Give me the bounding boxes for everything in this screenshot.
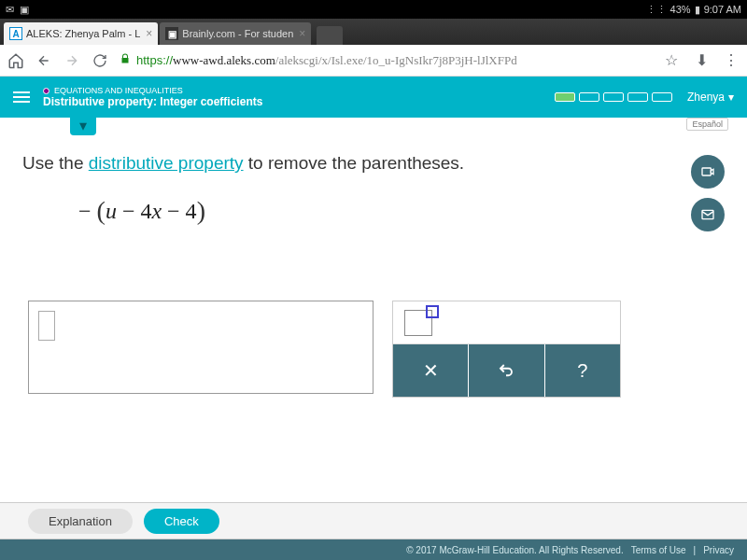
explanation-button[interactable]: Explanation [28, 509, 133, 534]
menu-dots-icon[interactable]: ⋮ [723, 52, 740, 69]
mail-icon: ✉ [6, 4, 14, 16]
android-status-bar: ✉ ▣ ⋮⋮ 43% ▮ 9:07 AM [0, 0, 747, 19]
distributive-property-link[interactable]: distributive property [89, 153, 244, 173]
browser-tab-strip: A ALEKS: Zhenya Palm - L × ▣ Brainly.com… [0, 19, 747, 45]
close-icon[interactable]: × [299, 27, 305, 40]
math-keypad: ✕ ? [392, 301, 621, 398]
url-domain: www-awd.aleks.com [173, 53, 275, 68]
sub-bar: ▾ Español [0, 118, 747, 136]
tab-title: Brainly.com - For studen [182, 28, 293, 39]
url-protocol: https:// [136, 53, 173, 67]
hamburger-menu-icon[interactable] [13, 91, 30, 103]
home-icon[interactable] [7, 52, 24, 69]
copyright-text: © 2017 McGraw-Hill Education. All Rights… [406, 545, 623, 555]
terms-link[interactable]: Terms of Use [631, 545, 686, 555]
language-toggle[interactable]: Español [686, 118, 728, 131]
cursor-placeholder [38, 311, 55, 341]
answer-input[interactable] [28, 301, 374, 394]
footer: © 2017 McGraw-Hill Education. All Rights… [0, 539, 747, 560]
battery-icon: ▮ [695, 4, 700, 16]
address-bar[interactable]: https:// www-awd.aleks.com /alekscgi/x/I… [120, 49, 652, 72]
url-path: /alekscgi/x/Isl.exe/1o_u-IgNsIkr7j8P3jH-… [275, 53, 517, 68]
chevron-down-icon: ▾ [728, 91, 734, 104]
question-text: Use the distributive property to remove … [22, 153, 725, 174]
check-button[interactable]: Check [144, 509, 219, 534]
dropdown-tab[interactable]: ▾ [70, 115, 96, 135]
tab-brainly[interactable]: ▣ Brainly.com - For studen × [160, 22, 311, 45]
forward-icon[interactable] [63, 52, 80, 69]
help-key[interactable]: ? [545, 344, 620, 397]
svg-rect-0 [702, 168, 711, 175]
content-area: Use the distributive property to remove … [0, 136, 747, 398]
progress-indicator [555, 92, 672, 102]
back-icon[interactable] [35, 52, 52, 69]
download-icon[interactable]: ⬇ [693, 52, 710, 69]
math-expression: − (u − 4x − 4) [78, 196, 725, 226]
tab-title: ALEKS: Zhenya Palm - L [26, 28, 140, 39]
action-bar: Explanation Check [0, 502, 747, 539]
category-dot-icon [43, 88, 49, 94]
star-icon[interactable]: ☆ [663, 52, 680, 69]
battery-text: 43% [670, 4, 691, 15]
new-tab-button[interactable] [317, 26, 343, 45]
user-menu[interactable]: Zhenya ▾ [687, 91, 734, 104]
lock-icon [120, 53, 131, 67]
message-button[interactable] [691, 198, 725, 231]
exponent-key[interactable] [404, 310, 432, 336]
privacy-link[interactable]: Privacy [703, 545, 734, 555]
brainly-favicon: ▣ [165, 27, 178, 40]
video-help-button[interactable] [691, 155, 725, 189]
undo-key[interactable] [469, 344, 544, 397]
browser-nav-bar: https:// www-awd.aleks.com /alekscgi/x/I… [0, 45, 747, 77]
close-icon[interactable]: × [146, 27, 152, 40]
picture-icon: ▣ [20, 4, 29, 16]
multiply-key[interactable]: ✕ [393, 344, 469, 397]
clock-text: 9:07 AM [704, 4, 741, 15]
wifi-icon: ⋮⋮ [646, 4, 667, 16]
aleks-favicon: A [9, 27, 22, 40]
tab-aleks[interactable]: A ALEKS: Zhenya Palm - L × [4, 22, 158, 45]
reload-icon[interactable] [92, 52, 108, 69]
topic-title: Distributive property: Integer coefficie… [43, 95, 262, 108]
aleks-header: EQUATIONS AND INEQUALITIES Distributive … [0, 77, 747, 118]
category-label: EQUATIONS AND INEQUALITIES [43, 86, 262, 95]
